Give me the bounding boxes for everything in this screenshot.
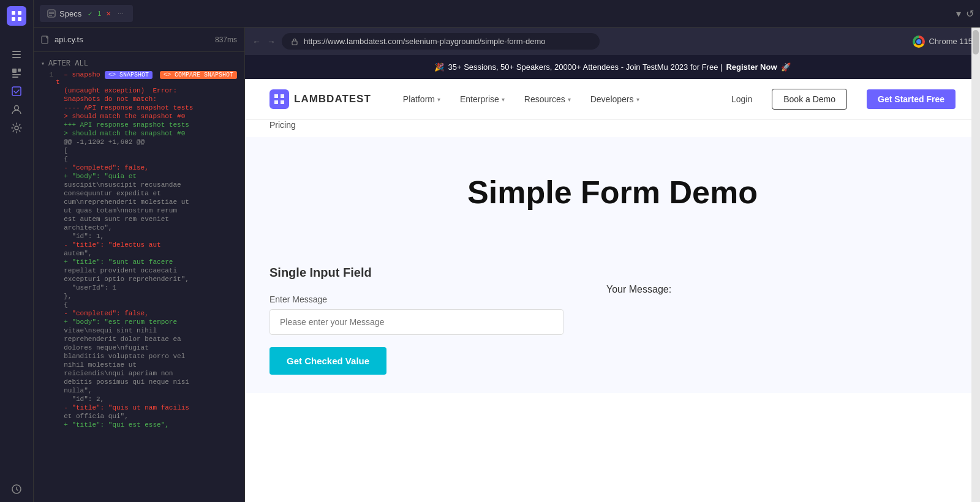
code-line: "userId": 1	[34, 283, 244, 292]
nav-item-platform[interactable]: Platform ▾	[403, 94, 440, 104]
code-line: vitae\nsequi sint nihil	[34, 326, 244, 335]
nav: LAMBDATEST Platform ▾ Enterprise ▾	[245, 79, 980, 120]
file-icon	[41, 36, 50, 44]
url-bar[interactable]: https://www.lambdatest.com/selenium-play…	[282, 33, 600, 50]
sidebar-settings-icon[interactable]	[10, 121, 23, 135]
code-line: (uncaught exception) Error:	[34, 86, 244, 95]
code-line: [	[34, 146, 244, 155]
browser-panel: ← → https://www.lambdatest.com/selenium-…	[245, 28, 980, 502]
message-input[interactable]	[270, 309, 564, 335]
code-line: + "title": "sunt aut facere	[34, 258, 244, 266]
book-demo-button[interactable]: Book a Demo	[772, 89, 847, 110]
line-content: debitis possimus qui neque nisi	[56, 378, 237, 386]
lock-icon	[290, 37, 299, 46]
line-content: dolores neque\nfugiat	[56, 344, 237, 351]
line-content: @@ -1,1202 +1,602 @@	[56, 138, 237, 146]
code-line: "id": 1,	[34, 232, 244, 241]
line-content: nulla",	[56, 387, 237, 394]
code-line: ut quas totam\nnostrum rerum	[34, 206, 244, 215]
code-line: ---- API response snapshot tests	[34, 103, 244, 112]
tab-refresh[interactable]: ↺	[966, 8, 974, 20]
svg-rect-8	[18, 69, 21, 72]
line-content: blanditiis voluptate porro vel	[56, 353, 237, 360]
file-ms: 837ms	[215, 36, 237, 44]
website-content: 🎉 35+ Sessions, 50+ Speakers, 20000+ Att…	[245, 55, 980, 502]
line-content: autem",	[56, 250, 237, 257]
code-section-header[interactable]: ▾ AFTER ALL	[34, 57, 244, 70]
login-button[interactable]: Login	[731, 94, 752, 104]
nav-item-enterprise[interactable]: Enterprise ▾	[460, 94, 505, 104]
line-content: et officia qui",	[56, 413, 237, 420]
code-line: - "title": "quis ut nam facilis	[34, 403, 244, 412]
sidebar-file-icon[interactable]	[10, 66, 23, 80]
form-right: Your Message:	[588, 266, 671, 295]
code-line: nulla",	[34, 386, 244, 395]
line-content: +++ API response snapshot tests	[56, 121, 237, 129]
form-label: Enter Message	[270, 294, 564, 304]
announcement-text: 35+ Sessions, 50+ Speakers, 20000+ Atten…	[448, 62, 722, 72]
line-number: 1	[41, 71, 53, 78]
line-content: [	[56, 147, 237, 154]
sidebar-checklist-icon[interactable]	[10, 84, 23, 98]
svg-rect-1	[18, 11, 21, 15]
code-line: dolores neque\nfugiat	[34, 343, 244, 352]
tab-count: 1	[97, 10, 101, 17]
tab-close[interactable]: ✕	[104, 9, 113, 18]
get-checked-value-button[interactable]: Get Checked Value	[270, 347, 386, 375]
section-arrow: ▾	[41, 60, 45, 67]
code-line: - "completed": false,	[34, 309, 244, 318]
line-content: architecto",	[56, 224, 237, 231]
forward-button[interactable]: →	[267, 37, 276, 47]
line-content: reprehenderit dolor beatae ea	[56, 335, 237, 343]
back-button[interactable]: ←	[252, 37, 261, 47]
sidebar-user-icon[interactable]	[10, 103, 23, 116]
announcement-emoji2: 🚀	[781, 62, 791, 72]
announcement-cta[interactable]: Register Now	[726, 62, 777, 72]
code-line: cum\nreprehenderit molestiae ut	[34, 198, 244, 206]
code-line: + "body": "est rerum tempore	[34, 318, 244, 326]
code-line: excepturi optio reprehenderit",	[34, 275, 244, 283]
chrome-label: Chrome 115	[929, 37, 973, 46]
code-line: {	[34, 301, 244, 309]
svg-rect-21	[270, 89, 289, 109]
line-content: cum\nreprehenderit molestiae ut	[56, 198, 237, 206]
snapshot-badge: <> SNAPSHOT	[105, 71, 153, 79]
code-line: Snapshots do not match:	[34, 95, 244, 103]
nav-platform-chevron: ▾	[437, 96, 440, 103]
code-line: > should match the snapshot #0	[34, 112, 244, 121]
compare-badge: <> COMPARE SNAPSHOT	[160, 71, 237, 79]
line-content: – snapshot	[56, 71, 102, 86]
form-section-title: Single Input Field	[270, 266, 564, 280]
sidebar-list-icon[interactable]	[10, 48, 23, 61]
hero-title: Simple Form Demo	[270, 174, 956, 211]
logo[interactable]: LAMBDATEST	[270, 89, 371, 109]
sidebar	[0, 0, 34, 502]
svg-rect-10	[12, 77, 18, 78]
sidebar-bottom-icon[interactable]	[10, 482, 23, 496]
code-panel: api.cy.ts 837ms ▾ AFTER ALL 1 – snapshot…	[34, 28, 245, 502]
code-line: "id": 2,	[34, 395, 244, 403]
sidebar-logo	[7, 6, 26, 26]
nav-developers-label: Developers	[590, 94, 634, 104]
code-line: - "completed": false,	[34, 163, 244, 172]
code-line: repellat provident occaecati	[34, 266, 244, 275]
tab-check: ✓	[85, 9, 95, 18]
tab-label: Specs	[59, 9, 81, 18]
code-line: @@ -1,1202 +1,602 @@	[34, 138, 244, 146]
code-line: nihil molestiae ut	[34, 361, 244, 369]
form-group: Enter Message	[270, 294, 564, 335]
line-content: (uncaught exception) Error:	[56, 87, 237, 94]
nav-item-developers[interactable]: Developers ▾	[590, 94, 639, 104]
nav-item-resources[interactable]: Resources ▾	[524, 94, 571, 104]
line-content: "id": 1,	[56, 233, 237, 240]
line-content: + "body": "est rerum tempore	[56, 318, 237, 326]
announcement-emoji1: 🎉	[434, 62, 444, 72]
chrome-badge: Chrome 115	[913, 36, 973, 48]
tab-spinner: ⋯	[116, 9, 126, 18]
specs-tab[interactable]: Specs ✓ 1 ✕ ⋯	[40, 5, 133, 22]
tab-chevron[interactable]: ▾	[956, 8, 961, 20]
line-content: - "title": "quis ut nam facilis	[56, 404, 237, 411]
nav-item-pricing[interactable]: Pricing	[270, 120, 296, 130]
get-started-button[interactable]: Get Started Free	[867, 89, 956, 109]
line-content: repellat provident occaecati	[56, 267, 237, 274]
